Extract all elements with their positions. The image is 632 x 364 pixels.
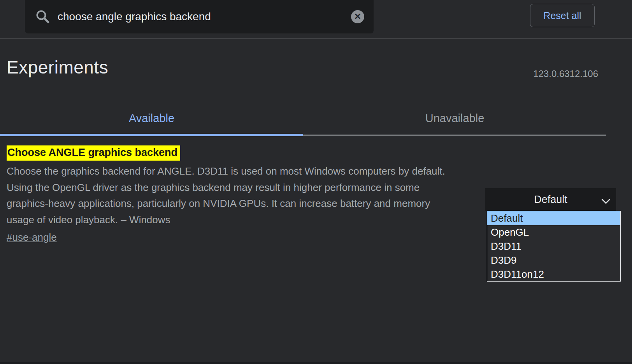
flag-value-select[interactable]: Default — [485, 188, 616, 211]
select-current-value: Default — [534, 194, 567, 206]
option-d3d11[interactable]: D3D11 — [487, 239, 620, 253]
flag-permalink[interactable]: #use-angle — [7, 231, 57, 243]
option-default[interactable]: Default — [487, 211, 620, 225]
page-title: Experiments — [7, 57, 108, 78]
clear-search-icon[interactable]: ✕ — [351, 10, 364, 23]
option-d3d9[interactable]: D3D9 — [487, 253, 620, 267]
tab-available[interactable]: Available — [0, 102, 303, 135]
reset-all-button[interactable]: Reset all — [530, 4, 595, 27]
header-bar: ✕ Reset all — [0, 0, 632, 39]
tab-unavailable[interactable]: Unavailable — [303, 102, 606, 135]
search-box[interactable]: ✕ — [25, 0, 374, 33]
chrome-flags-page: ✕ Reset all Experiments 123.0.6312.106 A… — [0, 0, 632, 364]
select-dropdown-list: Default OpenGL D3D11 D3D9 D3D11on12 — [487, 211, 621, 282]
flag-description: Choose the graphics backend for ANGLE. D… — [7, 163, 452, 228]
search-input[interactable] — [51, 0, 351, 33]
version-number: 123.0.6312.106 — [533, 68, 598, 79]
tab-strip: Available Unavailable — [0, 102, 606, 136]
chevron-down-icon — [602, 195, 611, 204]
active-tab-indicator — [0, 134, 303, 136]
flag-title-highlighted: Choose ANGLE graphics backend — [7, 145, 180, 161]
search-icon — [35, 9, 51, 24]
footer-edge — [0, 362, 632, 364]
option-opengl[interactable]: OpenGL — [487, 225, 620, 239]
option-d3d11on12[interactable]: D3D11on12 — [487, 267, 620, 281]
